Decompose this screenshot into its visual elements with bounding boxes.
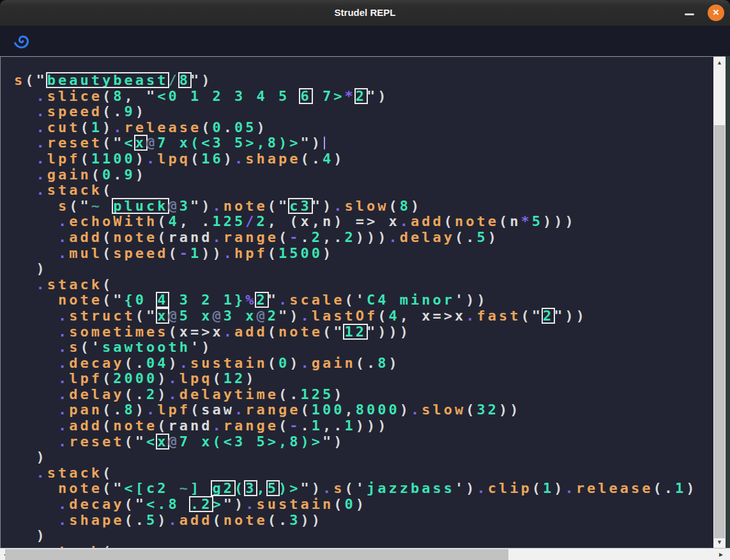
code-line[interactable]: .stack( [14,183,713,199]
code-line[interactable]: s("beautybeast/8") [14,73,713,89]
code-line[interactable]: .echoWith(4, .125/2, (x,n) => x.add(note… [14,214,713,230]
code-token: ( [300,151,311,167]
code-token: ) [157,370,168,386]
code-line[interactable]: .lpf(1100).lpq(16).shape(.4) [14,151,713,167]
code-token: @ [256,308,267,324]
code-token: add [69,229,102,245]
code-token: stack [47,182,102,198]
code-token: . [168,386,179,402]
vertical-scrollbar-thumb[interactable] [714,125,725,538]
code-line[interactable]: ) [14,528,713,544]
toolbar [0,26,730,56]
code-token: ) [400,402,411,418]
code-token: ( [268,512,278,528]
code-token: hpf [234,245,268,261]
code-token: ( [300,402,311,418]
scroll-right-arrow-icon[interactable]: ▸ [717,549,726,560]
code-token: , [256,480,267,496]
active-pattern-token: 2 [356,89,367,103]
code-token: . [58,324,69,340]
code-token: speed [113,245,168,261]
code-token: ( [444,213,455,229]
code-token [14,292,58,308]
code-token: . [278,292,289,308]
code-token: ( [124,512,135,528]
code-token: note [278,324,323,340]
code-line[interactable]: s("~ pluck@3").note("c3").slow(8) [14,199,713,215]
code-token: . [113,119,124,135]
code-line[interactable]: .gain(0.9) [14,167,713,183]
code-token: shape [69,512,124,528]
code-token: (" [124,434,146,450]
code-token: ( [80,151,91,167]
code-token: ") [300,480,323,496]
code-line[interactable]: .stack( [14,465,713,481]
code-token: scale [289,292,344,308]
code-line[interactable]: .add(note(rand.range(-.1,.1))) [14,418,713,434]
vertical-scrollbar[interactable]: ▲ ▼ [713,56,726,548]
code-token [14,276,36,292]
code-token: 2 [344,229,355,245]
code-line[interactable]: .sometimes(x=>x.add(note("12"))) [14,324,713,340]
code-line[interactable]: .reset("<x@7 x(<3 5>,8)>") [14,135,713,151]
code-line[interactable]: .cut(1).release(0.05) [14,120,713,136]
code-line[interactable]: .delay(.2).delaytime(.125) [14,387,713,403]
code-token: jazzbass [367,480,455,496]
code-token: ( [212,512,223,528]
code-line[interactable]: .mul(speed(-1)).hpf(1500) [14,246,713,262]
code-token: . [565,480,575,496]
code-token: s [69,339,80,355]
code-token: (" [135,308,158,324]
code-token: ) [135,402,146,418]
code-token: ") [312,198,334,214]
code-token: 1 [91,119,102,135]
code-line[interactable]: .speed(.9) [14,104,713,120]
horizontal-scrollbar-thumb[interactable] [5,549,508,560]
code-editor[interactable]: s("beautybeast/8") .slice(8, "<0 1 2 3 4… [0,56,713,548]
code-line[interactable]: .lpf(2000).lpq(12) [14,371,713,387]
code-token: sawtooth [102,339,190,355]
code-token: <[c2 [124,480,179,496]
close-button[interactable]: ✕ [708,4,724,21]
code-token: ") [323,434,345,450]
code-token: 7 x(<3 5>,8)> [157,135,300,151]
code-line[interactable]: note("<[c2 ~] g2(3,5)>").s('jazzbass').c… [14,481,713,497]
code-line[interactable]: .add(note(rand.range(-.2,.2))).delay(.5) [14,230,713,246]
code-token: . [333,198,344,214]
code-token: note [224,512,268,528]
code-token: / [245,213,256,229]
code-token: note [113,229,157,245]
code-token: range [224,229,278,245]
code-token: ( [455,229,466,245]
code-line[interactable]: note("{0 4 3 2 1}%2".scale('C4 minor')) [14,292,713,308]
code-token: , [179,213,202,229]
code-token: . [135,512,146,528]
code-token: decay [69,355,124,371]
code-token: . [58,512,69,528]
scroll-down-arrow-icon[interactable]: ▼ [713,538,726,547]
code-line[interactable]: .decay("<.8 .2>").sustain(0) [14,497,713,513]
code-line[interactable]: .stack( [14,277,713,293]
code-token: 8 [377,355,388,371]
code-line[interactable]: .reset("<x@7 x(<3 5>,8)>") [14,434,713,450]
code-line[interactable]: .shape(.5).add(note(.3)) [14,513,713,529]
code-line[interactable]: .struct("x@5 x@3 x@2").lastOf(4, x=>x.fa… [14,308,713,324]
code-token: gain [312,355,356,371]
code-token: . [113,167,124,183]
code-token: 5 [476,229,487,245]
code-line[interactable]: .pan(.8).lpf(saw.range(100,8000).slow(32… [14,402,713,418]
code-line[interactable]: ) [14,450,713,465]
text-cursor [324,137,325,149]
code-line[interactable]: .decay(.04).sustain(0).gain(.8) [14,356,713,372]
code-token: ) [256,119,267,135]
code-token: cut [47,119,80,135]
code-area[interactable]: s("beautybeast/8") .slice(8, "<0 1 2 3 4… [1,57,713,548]
code-line[interactable]: .slice(8, "<0 1 2 3 4 5 6 7>*2") [14,89,713,105]
code-token: ) [289,355,300,371]
code-line[interactable]: .s('sawtooth') [14,340,713,356]
strudel-logo-icon[interactable] [13,32,31,50]
minimize-button[interactable] [685,13,694,15]
code-line[interactable]: ) [14,261,713,277]
horizontal-scrollbar[interactable]: ◂ ▸ [0,548,730,560]
scroll-up-arrow-icon[interactable]: ▲ [713,58,726,67]
